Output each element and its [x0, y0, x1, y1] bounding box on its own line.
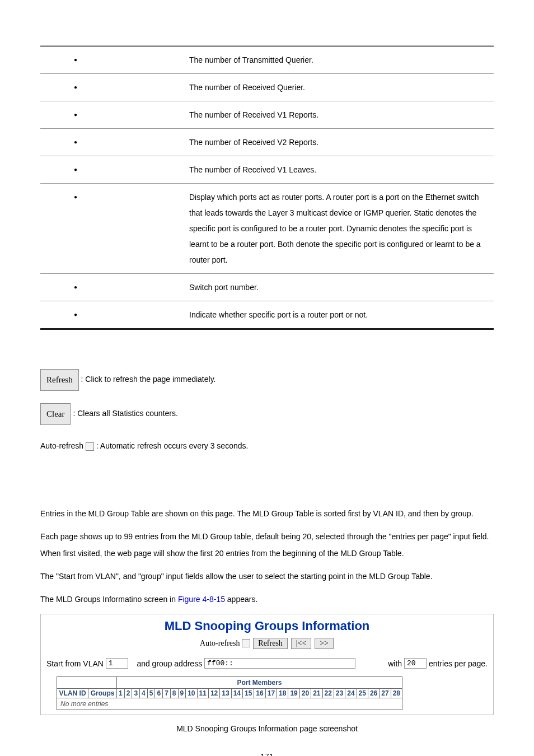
port-header: 16: [254, 688, 265, 698]
table-row: [40, 101, 185, 129]
clear-button[interactable]: Clear: [40, 403, 71, 425]
port-header: 9: [178, 688, 186, 698]
port-header: 12: [208, 688, 219, 698]
panel-refresh-button[interactable]: Refresh: [253, 638, 288, 649]
vlan-id-header: VLAN ID: [57, 688, 88, 698]
refresh-desc: : Click to refresh the page immediately.: [81, 375, 216, 384]
figure-link[interactable]: Figure 4-8-15: [178, 595, 225, 604]
port-header: 8: [170, 688, 178, 698]
port-header: 19: [288, 688, 299, 698]
port-header: 14: [231, 688, 242, 698]
port-header: 7: [163, 688, 171, 698]
intro-p4-pre: The MLD Groups Informatino screen in: [40, 595, 178, 604]
port-header: 28: [391, 688, 402, 698]
cell-desc: The number of Transmitted Querier.: [185, 46, 494, 74]
port-header: 13: [220, 688, 231, 698]
table-row: [40, 301, 185, 329]
clear-desc: : Clears all Statistics counters.: [73, 409, 178, 418]
panel-title: MLD Snooping Groups Information: [41, 614, 493, 637]
port-header: 15: [242, 688, 254, 698]
cell-desc: The number of Received V2 Reports.: [185, 129, 494, 156]
table-row: [40, 274, 185, 301]
cell-desc: The number of Received V1 Reports.: [185, 101, 494, 129]
port-header: 2: [124, 688, 132, 698]
port-header: 24: [345, 688, 357, 698]
group-address-input[interactable]: ff00::: [204, 658, 355, 669]
port-header: 21: [311, 688, 322, 698]
intro-p2: Each page shows up to 99 entries from th…: [40, 528, 494, 563]
port-header: 1: [117, 688, 125, 698]
cell-desc: Display which ports act as router ports.…: [185, 184, 494, 274]
no-more-entries: No more entries: [57, 698, 402, 710]
port-header: 5: [147, 688, 155, 698]
table-row: [40, 46, 185, 74]
page-number: 171: [40, 752, 494, 756]
port-header: 6: [155, 688, 163, 698]
panel-next-button[interactable]: >>: [315, 638, 334, 649]
mld-panel: MLD Snooping Groups Information Auto-ref…: [40, 614, 494, 715]
port-header: 3: [132, 688, 140, 698]
port-members-table: Port MembersVLAN IDGroups123456789101112…: [57, 676, 402, 710]
table-row: [40, 129, 185, 156]
table-row: [40, 156, 185, 184]
panel-first-button[interactable]: |<<: [291, 638, 312, 649]
blank-header: [57, 676, 117, 688]
port-header: 18: [277, 688, 288, 698]
port-header: 26: [368, 688, 379, 698]
autorefresh-desc: : Automatic refresh occurs every 3 secon…: [96, 441, 249, 450]
groups-header: Groups: [88, 688, 117, 698]
port-members-header: Port Members: [117, 676, 402, 688]
port-header: 20: [299, 688, 311, 698]
cell-desc: The number of Received Querier.: [185, 74, 494, 101]
panel-autorefresh-label: Auto-refresh: [200, 639, 240, 647]
start-from-vlan-label: Start from VLAN: [46, 659, 104, 668]
intro-p3: The "Start from VLAN", and "group" input…: [40, 568, 494, 585]
entries-label: entries per page.: [429, 659, 488, 668]
object-description-table: The number of Transmitted Querier. The n…: [40, 45, 494, 330]
port-header: 10: [186, 688, 197, 698]
intro-p1: Entries in the MLD Group Table are shown…: [40, 505, 494, 522]
port-header: 25: [357, 688, 368, 698]
start-from-vlan-input[interactable]: 1: [106, 658, 128, 669]
panel-autorefresh-checkbox[interactable]: [242, 639, 250, 647]
intro-p4-post: appears.: [225, 595, 257, 604]
with-label: with: [388, 659, 402, 668]
intro-p4: The MLD Groups Informatino screen in Fig…: [40, 591, 494, 608]
group-address-label: and group address: [137, 659, 202, 668]
port-header: 11: [197, 688, 208, 698]
cell-desc: The number of Received V1 Leaves.: [185, 156, 494, 184]
figure-caption: MLD Snooping Groups Information page scr…: [40, 724, 494, 733]
cell-desc: Switch port number.: [185, 274, 494, 301]
port-header: 22: [322, 688, 334, 698]
table-row: [40, 74, 185, 101]
port-header: 17: [265, 688, 277, 698]
table-row: [40, 184, 185, 274]
port-header: 23: [334, 688, 345, 698]
entries-per-page-input[interactable]: 20: [404, 658, 427, 669]
autorefresh-label: Auto-refresh: [40, 441, 86, 450]
port-header: 4: [140, 688, 148, 698]
port-header: 27: [380, 688, 391, 698]
refresh-button[interactable]: Refresh: [40, 369, 79, 391]
autorefresh-checkbox[interactable]: [86, 442, 94, 451]
cell-desc: Indicate whether specific port is a rout…: [185, 301, 494, 329]
